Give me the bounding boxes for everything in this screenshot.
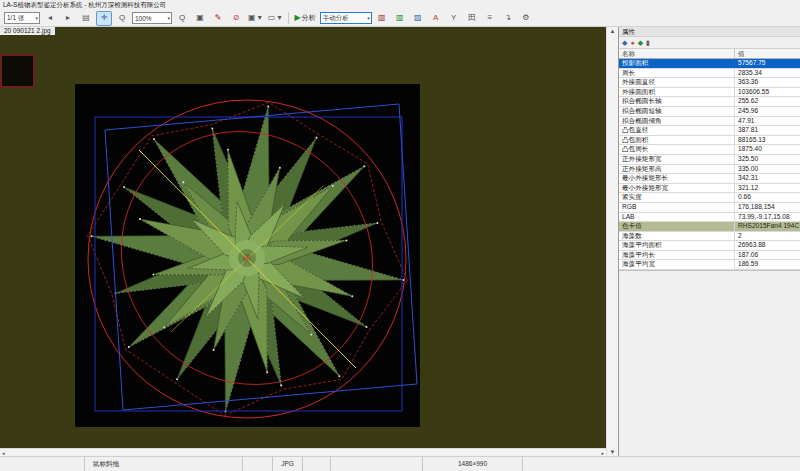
image-thumbnail[interactable] xyxy=(0,54,35,88)
stop-button[interactable]: ⊘ xyxy=(228,11,244,26)
analyze-button-label: 分析 xyxy=(302,13,316,23)
property-value: 57567.75 xyxy=(735,59,800,68)
next-image-button[interactable]: ▸ xyxy=(60,11,76,26)
zoom-window-button[interactable]: Q xyxy=(114,11,130,26)
horizontal-scrollbar[interactable]: ◂ ▸ xyxy=(0,448,606,456)
property-row[interactable]: 拟合椭圆长轴255.62 xyxy=(619,97,800,107)
property-row[interactable]: 凸包直径387.81 xyxy=(619,126,800,136)
prev-image-button[interactable]: ◂ xyxy=(42,11,58,26)
property-value: 26963.88 xyxy=(735,241,800,250)
property-row[interactable]: 凸包周长1875.40 xyxy=(619,145,800,155)
main-toolbar: 1/1 张▾◂▸▤✛Q100%▾Q▣✎⊘▣ ▾▭ ▾▶分析手动分析▾▥▥▨AY田… xyxy=(0,10,800,27)
image-canvas[interactable]: 20 090121 2.jpg xyxy=(0,27,606,448)
pick-icon[interactable]: ◆ xyxy=(638,38,643,47)
chart-button[interactable]: ▨ xyxy=(410,11,426,26)
report-red-button[interactable]: ▥ xyxy=(374,11,390,26)
settings-button[interactable]: ⚙ xyxy=(518,11,534,26)
plant-image xyxy=(75,84,420,427)
property-row[interactable]: RGB176,188,154 xyxy=(619,203,800,213)
analyze-icon: ▶ xyxy=(295,12,301,24)
property-row[interactable]: 海藻平均面积26963.88 xyxy=(619,241,800,251)
property-value: 0.66 xyxy=(735,193,800,202)
edit-button[interactable]: ✎ xyxy=(210,11,226,26)
status-hint: 鼠标斜拖 xyxy=(85,457,243,471)
property-row[interactable]: 周长2835.34 xyxy=(619,69,800,79)
zoom-in-icon: Q xyxy=(179,12,185,24)
pan-tool-button[interactable]: ✛ xyxy=(96,11,112,26)
property-label: 正外接矩形宽 xyxy=(619,155,735,164)
column-header-value[interactable]: 值 xyxy=(735,49,800,58)
list-view-button[interactable]: ≡ xyxy=(482,11,498,26)
property-row[interactable]: 拟合椭圆倾角47.91 xyxy=(619,117,800,127)
chart-icon: ▨ xyxy=(414,12,422,24)
property-panel-toolbar: ◆●◆▮ xyxy=(619,37,800,49)
property-row[interactable]: 外接圆直径363.36 xyxy=(619,78,800,88)
property-label: 凸包面积 xyxy=(619,136,735,145)
image-stage[interactable] xyxy=(75,84,420,427)
scroll-left-icon[interactable]: ◂ xyxy=(2,450,5,456)
chevron-down-icon[interactable]: ▾ xyxy=(167,15,170,21)
property-label: 拟合椭圆短轴 xyxy=(619,107,735,116)
property-panel: 属性 ◆●◆▮ 名称 值 投影面积57567.75周长2835.34外接圆直径3… xyxy=(618,27,800,456)
property-row[interactable]: 紧实度0.66 xyxy=(619,193,800,203)
property-value: 176,188,154 xyxy=(735,203,800,212)
save-icon[interactable]: ▮ xyxy=(646,38,650,47)
export-icon: ↴ xyxy=(504,12,511,24)
record-icon[interactable]: ● xyxy=(630,38,634,47)
property-row[interactable]: 外接圆面积103606.55 xyxy=(619,88,800,98)
chevron-down-icon[interactable]: ▾ xyxy=(35,15,38,21)
scroll-right-icon[interactable]: ▸ xyxy=(601,450,604,456)
next-image-icon: ▸ xyxy=(66,12,70,24)
property-value: 325.50 xyxy=(735,155,800,164)
property-label: 外接圆面积 xyxy=(619,88,735,97)
property-row[interactable]: 海藻数2 xyxy=(619,232,800,242)
analyze-button[interactable]: ▶分析 xyxy=(293,11,318,26)
zoom-in-button[interactable]: Q xyxy=(174,11,190,26)
print-button[interactable]: ▤ xyxy=(78,11,94,26)
export-button[interactable]: ↴ xyxy=(500,11,516,26)
copy-image-button[interactable]: ▣ xyxy=(192,11,208,26)
property-label: 拟合椭圆倾角 xyxy=(619,117,735,126)
image-tab[interactable]: 20 090121 2.jpg xyxy=(0,27,55,35)
property-label: 海藻数 xyxy=(619,232,735,241)
property-row[interactable]: 最小外接矩形宽321.12 xyxy=(619,184,800,194)
refresh-icon[interactable]: ◆ xyxy=(622,38,627,47)
stop-icon: ⊘ xyxy=(233,12,240,24)
chevron-down-icon[interactable]: ▾ xyxy=(367,15,370,21)
analysis-mode-selector[interactable]: 手动分析▾ xyxy=(320,12,372,24)
property-value: 187.06 xyxy=(735,251,800,260)
property-value: 88165.13 xyxy=(735,136,800,145)
property-row[interactable]: LAB73.99,-9.17,15.08 xyxy=(619,213,800,223)
scroll-down-icon[interactable]: ▼ xyxy=(607,449,618,455)
zoom-level-selector[interactable]: 100%▾ xyxy=(132,12,172,24)
property-row[interactable]: 海藻平均宽186.59 xyxy=(619,260,800,270)
label-y-button[interactable]: Y xyxy=(446,11,462,26)
property-value: 321.12 xyxy=(735,184,800,193)
window-title: LA-S植物表型鉴定分析系统 - 杭州万深检测科技有限公司 xyxy=(3,1,166,8)
property-label: 紧实度 xyxy=(619,193,735,202)
page-selector-value: 1/1 张 xyxy=(7,14,24,23)
property-label: RGB xyxy=(619,203,735,212)
property-row[interactable]: 最小外接矩形长342.31 xyxy=(619,174,800,184)
rect-shape-tool-button[interactable]: ▣ ▾ xyxy=(246,11,264,26)
property-row[interactable]: 色卡值RHS2015Fan4 194C Yellow xyxy=(619,222,800,232)
window-titlebar: LA-S植物表型鉴定分析系统 - 杭州万深检测科技有限公司 xyxy=(0,0,800,10)
vertical-scrollbar[interactable]: ▲ ▼ xyxy=(606,27,618,456)
line-shape-tool-button[interactable]: ▭ ▾ xyxy=(266,11,284,26)
property-label: 海藻平均面积 xyxy=(619,241,735,250)
property-row[interactable]: 凸包面积88165.13 xyxy=(619,136,800,146)
scroll-up-icon[interactable]: ▲ xyxy=(607,28,618,34)
grid-view-button[interactable]: 田 xyxy=(464,11,480,26)
page-selector[interactable]: 1/1 张▾ xyxy=(4,12,40,24)
property-row[interactable]: 正外接矩形宽325.50 xyxy=(619,155,800,165)
column-header-name[interactable]: 名称 xyxy=(619,49,735,58)
label-a-button[interactable]: A xyxy=(428,11,444,26)
property-label: 投影面积 xyxy=(619,59,735,68)
property-row[interactable]: 海藻平均长187.06 xyxy=(619,251,800,261)
property-row[interactable]: 拟合椭圆短轴245.96 xyxy=(619,107,800,117)
property-row[interactable]: 投影面积57567.75 xyxy=(619,59,800,69)
report-green-button[interactable]: ▥ xyxy=(392,11,408,26)
property-row[interactable]: 正外接矩形高335.00 xyxy=(619,165,800,175)
property-value: 47.91 xyxy=(735,117,800,126)
status-cell-empty-1 xyxy=(0,457,85,471)
